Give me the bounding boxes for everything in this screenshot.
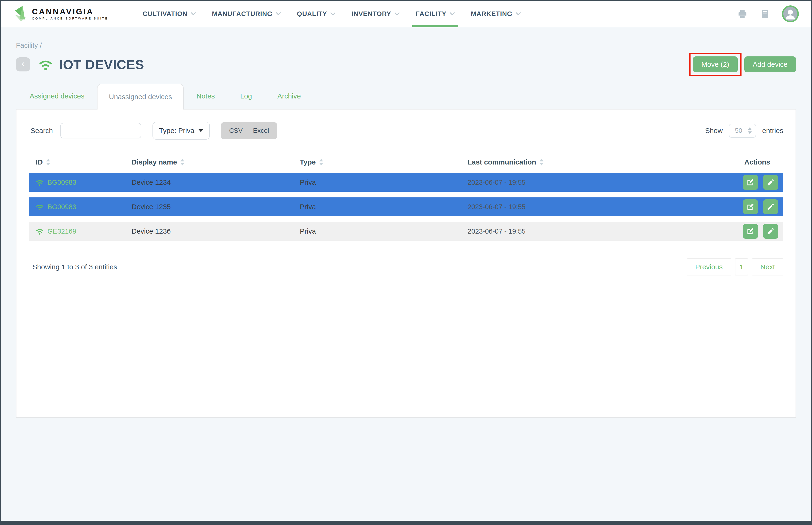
device-last-communication: 2023-06-07 - 19:55 — [468, 203, 726, 211]
chevron-down-icon — [516, 12, 521, 15]
pagination: Previous 1 Next — [687, 258, 783, 275]
search-label: Search — [31, 127, 53, 135]
sort-icon — [319, 159, 323, 165]
wifi-icon — [36, 228, 44, 235]
device-name: Device 1236 — [132, 227, 300, 235]
page-size-stepper[interactable] — [729, 124, 756, 138]
device-last-communication: 2023-06-07 - 19:55 — [468, 227, 726, 235]
device-type: Priva — [300, 203, 468, 211]
type-filter-value: Type: Priva — [159, 127, 194, 135]
sort-icon — [46, 159, 50, 165]
nav-menu-item-manufacturing[interactable]: MANUFACTURING — [204, 1, 289, 27]
nav-menu-item-inventory[interactable]: INVENTORY — [343, 1, 408, 27]
export-group: CSV Excel — [221, 122, 277, 139]
edit-square-icon — [747, 178, 754, 186]
results-summary: Showing 1 to 3 of 3 entities — [29, 263, 117, 271]
print-icon — [737, 9, 748, 19]
wifi-icon — [36, 203, 44, 210]
table-header: ID Display name Type Last communication … — [29, 151, 783, 173]
tab-assigned-devices[interactable]: Assigned devices — [17, 83, 97, 109]
edit-device-button[interactable] — [743, 199, 758, 214]
search-input[interactable] — [60, 123, 141, 138]
wifi-icon — [36, 179, 44, 186]
edit-device-button[interactable] — [743, 175, 758, 190]
show-label: Show — [705, 127, 723, 135]
nav-menu-item-cultivation[interactable]: CULTIVATION — [135, 1, 204, 27]
pagination-previous[interactable]: Previous — [687, 258, 731, 275]
device-id: BG00983 — [47, 203, 76, 211]
pencil-icon — [767, 227, 775, 235]
nav-menu-item-facility[interactable]: FACILITY — [408, 1, 463, 27]
pencil-icon — [767, 203, 775, 211]
brand-tagline: COMPLIANCE SOFTWARE SUITE — [32, 17, 108, 20]
edit-square-icon — [747, 203, 754, 211]
column-header-actions: Actions — [726, 158, 783, 166]
entries-label: entries — [762, 127, 783, 135]
column-header-last-communication[interactable]: Last communication — [468, 158, 726, 166]
sort-icon — [539, 159, 544, 165]
print-button[interactable] — [737, 9, 748, 19]
caret-down-icon — [199, 129, 203, 132]
nav-menu-item-marketing[interactable]: MARKETING — [463, 1, 529, 27]
wifi-icon — [39, 58, 52, 71]
nav-menu-item-quality[interactable]: QUALITY — [289, 1, 343, 27]
device-last-communication: 2023-06-07 - 19:55 — [468, 179, 726, 186]
book-icon — [760, 9, 770, 19]
rename-device-button[interactable] — [763, 199, 778, 214]
tab-log[interactable]: Log — [227, 83, 264, 109]
top-header: CANNAVIGIA COMPLIANCE SOFTWARE SUITE CUL… — [1, 1, 811, 27]
edit-device-button[interactable] — [743, 224, 758, 239]
breadcrumb[interactable]: Facility / — [16, 27, 796, 49]
back-button[interactable]: ‹ — [16, 57, 30, 72]
chevron-down-icon — [330, 12, 336, 15]
device-name: Device 1234 — [132, 178, 300, 186]
pagination-next[interactable]: Next — [752, 258, 783, 275]
user-icon — [783, 7, 797, 21]
device-type: Priva — [300, 178, 468, 186]
documentation-button[interactable] — [760, 9, 770, 19]
sort-icon — [180, 159, 184, 165]
pagination-page-1[interactable]: 1 — [735, 258, 748, 275]
export-excel-button[interactable]: Excel — [253, 127, 269, 134]
chevron-down-icon — [395, 12, 400, 15]
devices-panel: Search Type: Priva CSV Excel Show — [16, 109, 796, 418]
app-window: CANNAVIGIA COMPLIANCE SOFTWARE SUITE CUL… — [0, 0, 812, 525]
column-header-type[interactable]: Type — [300, 158, 468, 166]
type-filter-dropdown[interactable]: Type: Priva — [153, 122, 210, 139]
table-row[interactable]: BG00983 Device 1234 Priva 2023-06-07 - 1… — [29, 173, 783, 192]
rename-device-button[interactable] — [763, 175, 778, 190]
table-row[interactable]: GE32169 Device 1236 Priva 2023-06-07 - 1… — [29, 222, 783, 241]
page-size-value[interactable] — [735, 127, 746, 134]
chevron-down-icon — [191, 12, 196, 15]
chevron-down-icon — [450, 12, 455, 15]
device-id: BG00983 — [47, 179, 76, 186]
table-row[interactable]: BG00983 Device 1235 Priva 2023-06-07 - 1… — [29, 197, 783, 216]
chevron-down-icon — [276, 12, 281, 15]
table-body: BG00983 Device 1234 Priva 2023-06-07 - 1… — [29, 173, 783, 241]
spinner-arrows-icon[interactable] — [748, 127, 752, 134]
tab-unassigned-devices[interactable]: Unassigned devices — [97, 84, 184, 109]
move-button[interactable]: Move (2) — [693, 56, 737, 72]
device-name: Device 1235 — [132, 203, 300, 211]
pencil-icon — [767, 178, 775, 186]
tab-notes[interactable]: Notes — [184, 83, 227, 109]
main-nav: CULTIVATION MANUFACTURING QUALITY INVENT… — [135, 1, 529, 27]
add-device-button[interactable]: Add device — [744, 56, 796, 72]
tab-bar: Assigned devices Unassigned devices Note… — [16, 83, 796, 109]
tab-archive[interactable]: Archive — [264, 83, 313, 109]
user-avatar[interactable] — [782, 5, 799, 22]
column-header-display-name[interactable]: Display name — [132, 158, 300, 166]
device-id: GE32169 — [47, 227, 76, 235]
export-csv-button[interactable]: CSV — [229, 127, 243, 134]
brand-logo[interactable]: CANNAVIGIA COMPLIANCE SOFTWARE SUITE — [13, 5, 108, 22]
page-title: IOT DEVICES — [59, 57, 144, 72]
column-header-id[interactable]: ID — [29, 158, 132, 166]
edit-square-icon — [747, 227, 754, 235]
rename-device-button[interactable] — [763, 224, 778, 239]
device-type: Priva — [300, 227, 468, 235]
brand-name: CANNAVIGIA — [32, 7, 108, 15]
leaf-logo-icon — [13, 5, 28, 22]
